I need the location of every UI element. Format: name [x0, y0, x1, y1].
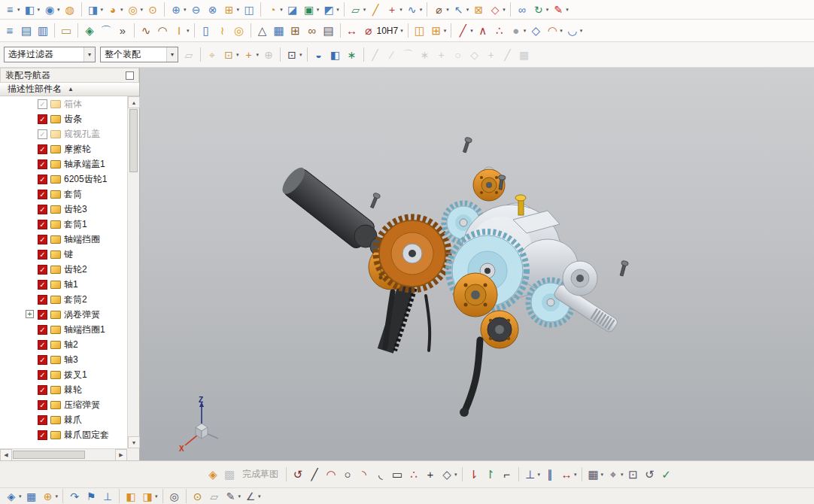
boss-feature-icon[interactable]: ⊙	[144, 2, 161, 18]
parallel-constraint-icon[interactable]: ∥	[542, 466, 558, 483]
dimension-marker-icon[interactable]: ↔	[344, 23, 360, 39]
pattern-feature-icon[interactable]: ⊞▾	[221, 2, 241, 18]
assembly-tree-row[interactable]: ✓棘爪固定套	[0, 427, 127, 442]
curve-mesh-icon[interactable]: ◡▾	[564, 23, 585, 39]
measure-distance-icon[interactable]: ⌀▾	[430, 2, 451, 18]
assembly-tree-row[interactable]: ✓箱体	[0, 96, 127, 111]
sketch-curve-toolbar-icon[interactable]: ⌒	[98, 23, 114, 39]
scroll-left-icon[interactable]: ◀	[0, 449, 12, 461]
part-visibility-checkbox[interactable]: ✓	[38, 370, 47, 380]
note-editor-icon[interactable]: ▭	[58, 23, 74, 39]
assembly-constraint-icon[interactable]: ◫	[412, 23, 428, 39]
part-visibility-checkbox[interactable]: ✓	[38, 235, 47, 244]
part-visibility-checkbox[interactable]: ✓	[38, 220, 47, 229]
studio-spline-icon[interactable]: ∿	[138, 23, 154, 39]
add-user-icon[interactable]: ⊕▾	[40, 489, 60, 504]
assembly-tree-row[interactable]: ✓压缩弹簧	[0, 397, 127, 412]
assembly-tree-row[interactable]: ✓棘轮	[0, 382, 127, 397]
part-visibility-checkbox[interactable]: ✓	[38, 114, 47, 124]
anchor-icon[interactable]: ⊥	[99, 489, 116, 504]
sheet-icon[interactable]: ▱	[206, 489, 223, 504]
polyline-tool-icon[interactable]: ∧	[475, 23, 491, 39]
graphics-viewport[interactable]: Z X	[140, 68, 814, 460]
marquee-select-icon[interactable]: ⊡▾	[284, 47, 304, 63]
assembly-tree-row[interactable]: ✓套筒1	[0, 217, 127, 232]
part-visibility-checkbox[interactable]: ✓	[38, 159, 47, 169]
mesh-grid-icon[interactable]: ▦	[271, 23, 287, 39]
make-corner-icon[interactable]: ⌐	[499, 466, 515, 483]
move-face-icon[interactable]: ↖▾	[451, 2, 471, 18]
assembly-tree-row[interactable]: ✓套筒	[0, 187, 127, 202]
layer-settings-icon[interactable]: ≡	[2, 23, 18, 39]
assembly-tree-row[interactable]: ✓摩擦轮	[0, 141, 127, 156]
alternate-solution-icon[interactable]: ↺	[642, 466, 658, 483]
offset-curve-icon[interactable]: ◇▾	[439, 466, 459, 483]
snap-point-dropdown-icon[interactable]: ⊡▾	[220, 47, 241, 63]
sort-ascending-icon[interactable]: ▲	[68, 86, 74, 93]
part-visibility-checkbox[interactable]: ✓	[38, 205, 47, 214]
assembly-tree-row[interactable]: ✓齿轮2	[0, 262, 127, 277]
part-visibility-checkbox[interactable]: ✓	[38, 415, 47, 425]
layer-visible-in-view-icon[interactable]: ▤	[18, 23, 35, 39]
circle-icon[interactable]: ○	[339, 466, 356, 483]
quick-extend-icon[interactable]: ↾	[482, 466, 499, 483]
part-visibility-checkbox[interactable]: ✓	[38, 280, 47, 290]
expand-toggle[interactable]: +	[26, 310, 34, 318]
boolean-unite-icon[interactable]: ⊕▾	[168, 2, 188, 18]
fillet-icon[interactable]: ◝	[356, 466, 372, 483]
geometric-constraints-icon[interactable]: ⊥▾	[522, 466, 542, 483]
assembly-tree-row[interactable]: ✓齿轮3	[0, 202, 127, 217]
extrude-icon[interactable]: ◨▾	[85, 2, 105, 18]
edge-blend-icon[interactable]: ◔▾	[264, 2, 284, 18]
pattern-curve-icon[interactable]: ∴	[405, 466, 422, 483]
point-icon[interactable]: +	[422, 466, 439, 483]
window-cube-icon[interactable]: ◈▾	[3, 489, 23, 504]
scroll-up-icon[interactable]: ▲	[128, 96, 140, 108]
sphere-display-icon[interactable]: ●▾	[508, 23, 528, 39]
offset-region-icon[interactable]: ⊠	[470, 2, 487, 18]
evaluate-sketch-icon[interactable]: ✓	[658, 466, 675, 483]
burst-icon[interactable]: ∗	[344, 47, 360, 63]
line-icon[interactable]: ╱	[306, 466, 323, 483]
assembly-tree-row[interactable]: ✓轴端挡圈1	[0, 322, 127, 337]
part-visibility-checkbox[interactable]: ✓	[38, 340, 47, 350]
part-visibility-checkbox[interactable]: ✓	[38, 190, 47, 199]
part-visibility-checkbox[interactable]: ✓	[38, 144, 47, 154]
edit-feature-icon[interactable]: ✎▾	[550, 2, 570, 18]
arc-icon[interactable]: ◠	[323, 466, 339, 483]
node-link-icon[interactable]: ∴	[491, 23, 508, 39]
gear-pair-icon[interactable]: ∞	[304, 23, 320, 39]
chevron-down-icon[interactable]: ▾	[84, 47, 95, 62]
chamfer-sketch-icon[interactable]: ◟	[372, 466, 389, 483]
assembly-tree-row[interactable]: ✓拨叉1	[0, 367, 127, 382]
part-visibility-checkbox[interactable]: ✓	[38, 295, 47, 305]
horizontal-scrollbar[interactable]: ◀ ▶	[0, 448, 127, 460]
shell-icon[interactable]: ▣▾	[301, 2, 321, 18]
part-visibility-checkbox[interactable]: ✓	[38, 385, 47, 395]
assembly-tree-row[interactable]: ✓棘爪	[0, 412, 127, 427]
part-visibility-checkbox[interactable]: ✓	[38, 355, 47, 365]
part-visibility-checkbox[interactable]: ✓	[38, 129, 47, 139]
cube-pair-icon[interactable]: ◧	[123, 489, 139, 504]
chamfer-icon[interactable]: ◪	[284, 2, 301, 18]
update-model-icon[interactable]: ↻▾	[530, 2, 551, 18]
scroll-right-icon[interactable]: ▶	[115, 449, 127, 461]
reference-curve-icon[interactable]: ⊡	[625, 466, 642, 483]
part-visibility-checkbox[interactable]: ✓	[38, 400, 47, 410]
relief-tool-icon[interactable]: △	[254, 23, 271, 39]
vertical-scroll-thumb[interactable]	[129, 109, 138, 172]
sketch-task-icon[interactable]: ◈	[81, 23, 98, 39]
assembly-tree-row[interactable]: ✓轴端挡圈	[0, 232, 127, 247]
boolean-subtract-icon[interactable]: ⊖	[188, 2, 205, 18]
revolve-icon[interactable]: ◕▾	[105, 2, 125, 18]
navigator-titlebar[interactable]: 装配导航器	[0, 68, 139, 83]
point-feature-icon[interactable]: +▾	[384, 2, 404, 18]
snap-plus-icon[interactable]: +▾	[241, 47, 261, 63]
add-component-icon[interactable]: ⊞▾	[428, 23, 448, 39]
ring-tool-icon[interactable]: ◎	[231, 23, 248, 39]
assembly-tree-row[interactable]: ✓6205齿轮1	[0, 172, 127, 187]
shaded-ball-icon[interactable]: ◒	[311, 47, 327, 63]
angle-icon[interactable]: ∠▾	[242, 489, 263, 504]
capsule-tool-icon[interactable]: ▯	[198, 23, 214, 39]
part-visibility-checkbox[interactable]: ✓	[38, 250, 47, 260]
